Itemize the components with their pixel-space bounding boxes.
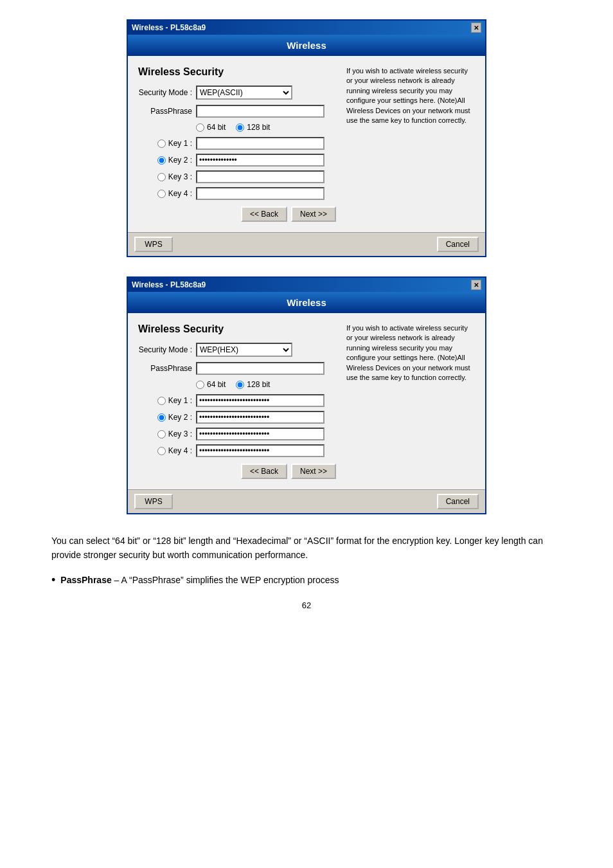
passphrase-row-1: PassPhrase bbox=[138, 105, 336, 118]
key-4-input-1[interactable] bbox=[196, 187, 324, 200]
security-mode-label-1: Security Mode : bbox=[138, 88, 196, 97]
key-4-row-1: Key 4 : bbox=[138, 187, 336, 200]
nav-buttons-2: << Back Next >> bbox=[138, 464, 336, 479]
next-button-2[interactable]: Next >> bbox=[291, 464, 336, 479]
page-number: 62 bbox=[26, 601, 587, 610]
key-4-row-2: Key 4 : bbox=[138, 444, 336, 457]
cancel-button-1[interactable]: Cancel bbox=[437, 237, 479, 252]
bit-64-radio-1[interactable] bbox=[196, 123, 204, 132]
window-right-1: If you wish to activate wireless securit… bbox=[346, 66, 475, 222]
key-1-row-1: Key 1 : bbox=[138, 137, 336, 150]
bullet-desc-0: – A “PassPhrase” simplifies the WEP encr… bbox=[114, 575, 339, 585]
key-1-radio-1[interactable] bbox=[157, 140, 166, 148]
security-mode-select-2[interactable]: WEP(ASCII) WEP(HEX) WPA-PSK None bbox=[196, 343, 292, 357]
key-3-radio-2[interactable] bbox=[157, 430, 166, 439]
key-1-input-1[interactable] bbox=[196, 137, 324, 150]
bit-64-label-2[interactable]: 64 bit bbox=[196, 380, 226, 389]
section-title-1: Wireless Security bbox=[138, 66, 336, 78]
passphrase-label-1: PassPhrase bbox=[138, 107, 196, 116]
window-right-2: If you wish to activate wireless securit… bbox=[346, 323, 475, 479]
key-2-row-2: Key 2 : bbox=[138, 411, 336, 424]
security-mode-row-2: Security Mode : WEP(ASCII) WEP(HEX) WPA-… bbox=[138, 343, 336, 357]
key-2-radio-2[interactable] bbox=[157, 413, 166, 422]
key-4-input-2[interactable] bbox=[196, 444, 324, 457]
passphrase-label-2: PassPhrase bbox=[138, 364, 196, 373]
window-body-1: Wireless Security Security Mode : WEP(AS… bbox=[128, 56, 485, 232]
security-mode-label-2: Security Mode : bbox=[138, 345, 196, 354]
bullet-term-0: PassPhrase bbox=[60, 575, 111, 585]
bullet-dot-0: • bbox=[51, 573, 55, 588]
key-3-radio-label-1[interactable]: Key 3 : bbox=[138, 172, 196, 181]
key-4-radio-label-1[interactable]: Key 4 : bbox=[138, 189, 196, 198]
key-2-input-1[interactable] bbox=[196, 154, 324, 167]
titlebar-1: Wireless - PL58c8a9 ✕ bbox=[128, 21, 485, 35]
bit-128-radio-2[interactable] bbox=[236, 381, 244, 389]
window-body-2: Wireless Security Security Mode : WEP(AS… bbox=[128, 313, 485, 489]
wps-button-1[interactable]: WPS bbox=[134, 237, 173, 252]
key-3-radio-1[interactable] bbox=[157, 173, 166, 181]
key-4-radio-2[interactable] bbox=[157, 447, 166, 455]
window-left-1: Wireless Security Security Mode : WEP(AS… bbox=[138, 66, 336, 222]
bit-128-label-2[interactable]: 128 bit bbox=[236, 380, 270, 389]
bit-64-label-1[interactable]: 64 bit bbox=[196, 123, 226, 132]
passphrase-row-2: PassPhrase bbox=[138, 362, 336, 375]
back-button-2[interactable]: << Back bbox=[241, 464, 287, 479]
key-1-radio-label-1[interactable]: Key 1 : bbox=[138, 139, 196, 148]
key-3-input-2[interactable] bbox=[196, 428, 324, 440]
nav-buttons-1: << Back Next >> bbox=[138, 206, 336, 222]
titlebar-1-text: Wireless - PL58c8a9 bbox=[132, 23, 206, 32]
key-2-radio-label-1[interactable]: Key 2 : bbox=[138, 156, 196, 165]
titlebar-2: Wireless - PL58c8a9 ✕ bbox=[128, 278, 485, 292]
bit-row-1: 64 bit 128 bit bbox=[196, 123, 336, 132]
wps-button-2[interactable]: WPS bbox=[134, 494, 173, 509]
bullet-item-0: • PassPhrase – A “PassPhrase” simplifies… bbox=[51, 573, 562, 588]
key-3-row-1: Key 3 : bbox=[138, 170, 336, 183]
window-1: Wireless - PL58c8a9 ✕ Wireless Wireless … bbox=[127, 19, 486, 257]
window-header-1: Wireless bbox=[128, 35, 485, 56]
window-footer-2: WPS Cancel bbox=[128, 489, 485, 513]
window-header-2: Wireless bbox=[128, 292, 485, 313]
security-mode-row-1: Security Mode : WEP(ASCII) WEP(HEX) WPA-… bbox=[138, 86, 336, 100]
bit-128-label-1[interactable]: 128 bit bbox=[236, 123, 270, 132]
passphrase-input-1[interactable] bbox=[196, 105, 324, 118]
key-3-row-2: Key 3 : bbox=[138, 428, 336, 440]
bit-64-radio-2[interactable] bbox=[196, 381, 204, 389]
titlebar-2-text: Wireless - PL58c8a9 bbox=[132, 280, 206, 289]
next-button-1[interactable]: Next >> bbox=[291, 206, 336, 222]
key-1-row-2: Key 1 : bbox=[138, 394, 336, 407]
key-4-radio-label-2[interactable]: Key 4 : bbox=[138, 446, 196, 455]
window-left-2: Wireless Security Security Mode : WEP(AS… bbox=[138, 323, 336, 479]
cancel-button-2[interactable]: Cancel bbox=[437, 494, 479, 509]
bullet-text-0: PassPhrase – A “PassPhrase” simplifies t… bbox=[60, 573, 339, 588]
bit-128-radio-1[interactable] bbox=[236, 123, 244, 132]
key-2-input-2[interactable] bbox=[196, 411, 324, 424]
body-paragraph: You can select “64 bit” or “128 bit” len… bbox=[51, 534, 562, 563]
key-1-radio-label-2[interactable]: Key 1 : bbox=[138, 396, 196, 405]
section-title-2: Wireless Security bbox=[138, 323, 336, 335]
key-2-radio-1[interactable] bbox=[157, 156, 166, 165]
security-mode-select-1[interactable]: WEP(ASCII) WEP(HEX) WPA-PSK None bbox=[196, 86, 292, 100]
passphrase-input-2[interactable] bbox=[196, 362, 324, 375]
key-1-input-2[interactable] bbox=[196, 394, 324, 407]
key-2-row-1: Key 2 : bbox=[138, 154, 336, 167]
key-1-radio-2[interactable] bbox=[157, 397, 166, 405]
back-button-1[interactable]: << Back bbox=[241, 206, 287, 222]
bit-row-2: 64 bit 128 bit bbox=[196, 380, 336, 389]
key-3-radio-label-2[interactable]: Key 3 : bbox=[138, 429, 196, 439]
key-3-input-1[interactable] bbox=[196, 170, 324, 183]
close-button-1[interactable]: ✕ bbox=[471, 23, 481, 33]
close-button-2[interactable]: ✕ bbox=[471, 280, 481, 290]
key-2-radio-label-2[interactable]: Key 2 : bbox=[138, 413, 196, 422]
window-footer-1: WPS Cancel bbox=[128, 232, 485, 256]
body-section: You can select “64 bit” or “128 bit” len… bbox=[51, 534, 562, 588]
window-2: Wireless - PL58c8a9 ✕ Wireless Wireless … bbox=[127, 276, 486, 514]
key-4-radio-1[interactable] bbox=[157, 190, 166, 198]
